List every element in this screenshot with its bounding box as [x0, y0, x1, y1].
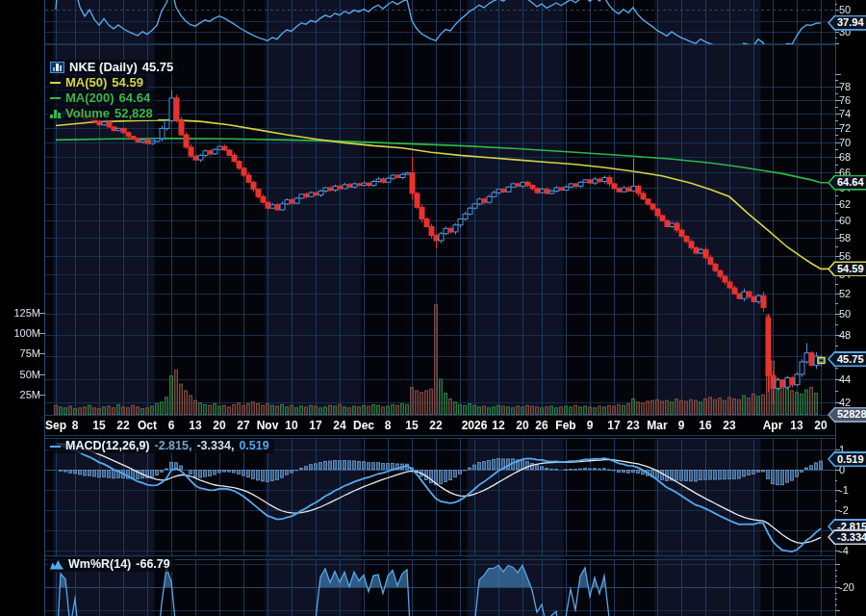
- wmr-label: Wm%R(14): [68, 557, 131, 572]
- ma50-value-box: 54.59: [828, 261, 866, 276]
- wmr-value: -66.79: [136, 557, 169, 572]
- macd-signal-value: -3.334,: [196, 439, 234, 453]
- last-price-value-box: 45.75: [828, 351, 866, 367]
- ma50-label: MA(50): [65, 75, 107, 90]
- ma200-line-swatch: [50, 97, 61, 99]
- symbol-legend-row: NKE (Daily) 45.75: [47, 60, 178, 74]
- main-chart-legend: NKE (Daily) 45.75 MA(50) 54.59 MA(200) 6…: [47, 60, 178, 121]
- symbol-price: 45.75: [142, 60, 174, 74]
- chart-type-icon: [50, 62, 64, 73]
- top-indicator-value-box: 37.94: [828, 15, 866, 31]
- ma200-value: 64.64: [119, 90, 151, 105]
- ma50-value: 54.59: [112, 75, 143, 90]
- williams-r-legend: Wm%R(14) -66.79: [47, 557, 175, 573]
- ma200-value-box: 64.64: [828, 175, 866, 191]
- volume-label: Volume: [65, 106, 110, 120]
- symbol-label: NKE (Daily): [69, 60, 138, 74]
- macd-hist-value-box: 0.519: [828, 451, 866, 467]
- ma200-legend-row: MA(200) 64.64: [47, 90, 155, 105]
- macd-legend: MACD(12,26,9) -2.815, -3.334, 0.519: [47, 439, 274, 454]
- macd-line-swatch: [50, 446, 61, 448]
- volume-value: 52,828: [115, 106, 153, 120]
- ma50-line-swatch: [50, 82, 61, 84]
- volume-value-box: 52828: [828, 407, 866, 423]
- macd-line-value: -2.815,: [155, 439, 192, 453]
- ma200-label: MA(200): [65, 90, 115, 105]
- macd-hist-value: 0.519: [239, 439, 268, 453]
- volume-bars-icon: [50, 109, 61, 118]
- volume-legend-row: Volume 52,828: [47, 106, 158, 120]
- macd-legend-row: MACD(12,26,9) -2.815, -3.334, 0.519: [47, 439, 274, 453]
- wmr-legend-row: Wm%R(14) -66.79: [47, 557, 175, 572]
- macd-label: MACD(12,26,9): [65, 439, 150, 453]
- macd-signal-value-box: -3.334: [828, 529, 866, 545]
- stockchart-window: 7876747270686664626058565452504846444212…: [0, 0, 866, 616]
- area-icon: [50, 560, 64, 570]
- ma50-legend-row: MA(50) 54.59: [47, 75, 148, 90]
